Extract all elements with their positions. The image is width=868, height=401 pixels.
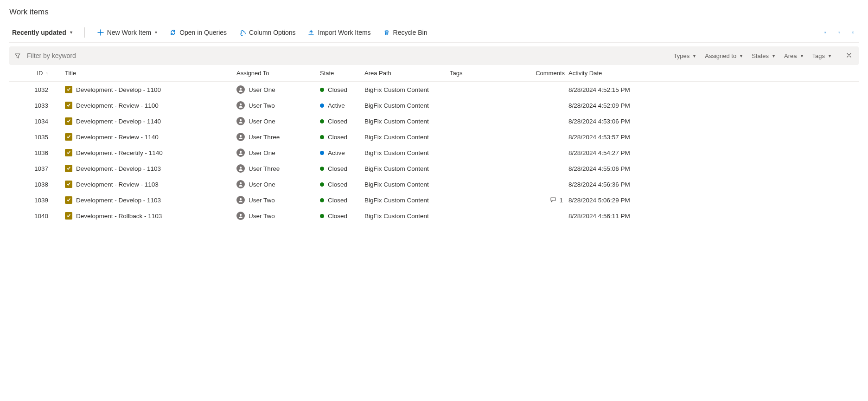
import-icon xyxy=(307,29,315,36)
recycle-bin-button[interactable]: Recycle Bin xyxy=(380,27,430,38)
table-row[interactable]: 1035Development - Review - 1140User Thre… xyxy=(9,129,859,145)
assigned-name: User Two xyxy=(249,197,275,204)
cell-date: 8/28/2024 4:56:11 PM xyxy=(568,213,859,220)
task-icon xyxy=(65,149,72,156)
column-options-label: Column Options xyxy=(249,29,295,36)
svg-point-0 xyxy=(825,32,825,32)
cell-assigned: User One xyxy=(236,180,320,188)
work-item-title-link[interactable]: Development - Recertify - 1140 xyxy=(76,149,163,156)
cell-area: BigFix Custom Content xyxy=(364,149,450,156)
chevron-down-icon: ▾ xyxy=(693,53,696,58)
cell-area: BigFix Custom Content xyxy=(364,165,450,172)
work-item-title-link[interactable]: Development - Review - 1100 xyxy=(76,102,159,109)
cell-id: 1034 xyxy=(19,118,56,125)
work-item-title-link[interactable]: Development - Review - 1140 xyxy=(76,134,159,141)
state-text: Active xyxy=(328,149,345,156)
work-item-title-link[interactable]: Development - Develop - 1103 xyxy=(76,197,161,204)
view-selector-label: Recently updated xyxy=(12,29,66,36)
col-header-state[interactable]: State xyxy=(320,70,364,77)
col-header-tags[interactable]: Tags xyxy=(450,70,533,77)
cell-date: 8/28/2024 4:56:36 PM xyxy=(568,181,859,188)
comment-icon xyxy=(550,196,556,204)
filter-assigned-to[interactable]: Assigned to ▾ xyxy=(705,52,742,59)
column-options-button[interactable]: Column Options xyxy=(236,27,298,38)
svg-point-11 xyxy=(240,214,242,216)
col-header-assigned[interactable]: Assigned To xyxy=(236,70,320,77)
cell-area: BigFix Custom Content xyxy=(364,102,450,109)
svg-point-7 xyxy=(240,151,242,153)
cell-assigned: User Two xyxy=(236,196,320,204)
filter-input-wrap xyxy=(14,52,674,60)
table-row[interactable]: 1038Development - Review - 1103User OneC… xyxy=(9,176,859,192)
settings-sliders-icon[interactable] xyxy=(822,29,829,36)
table-row[interactable]: 1032Development - Develop - 1100User One… xyxy=(9,82,859,97)
work-item-title-link[interactable]: Development - Develop - 1103 xyxy=(76,165,161,172)
filter-tags[interactable]: Tags ▾ xyxy=(812,52,831,59)
cell-assigned: User Three xyxy=(236,133,320,141)
table-row[interactable]: 1037Development - Develop - 1103User Thr… xyxy=(9,161,859,176)
cell-comments: 1 xyxy=(533,196,568,204)
open-in-queries-label: Open in Queries xyxy=(179,29,227,36)
cell-area: BigFix Custom Content xyxy=(364,134,450,141)
cell-state: Closed xyxy=(320,181,364,188)
work-item-title-link[interactable]: Development - Develop - 1100 xyxy=(76,86,161,93)
filter-funnel-icon[interactable] xyxy=(836,29,843,36)
table-row[interactable]: 1039Development - Develop - 1103User Two… xyxy=(9,192,859,208)
svg-point-1 xyxy=(825,32,826,32)
cell-area: BigFix Custom Content xyxy=(364,181,450,188)
cell-area: BigFix Custom Content xyxy=(364,118,450,125)
state-text: Closed xyxy=(328,118,347,125)
close-filters-icon[interactable] xyxy=(844,50,854,62)
filter-pills: Types ▾ Assigned to ▾ States ▾ Area ▾ Ta… xyxy=(674,50,854,62)
view-selector[interactable]: Recently updated ▾ xyxy=(9,27,75,38)
cell-area: BigFix Custom Content xyxy=(364,213,450,220)
fullscreen-icon[interactable] xyxy=(849,29,857,36)
trash-icon xyxy=(383,29,390,36)
filter-keyword-input[interactable] xyxy=(26,52,211,60)
filter-assigned-to-label: Assigned to xyxy=(705,52,736,59)
cell-date: 8/28/2024 4:52:15 PM xyxy=(568,86,859,93)
cell-title: Development - Rollback - 1103 xyxy=(56,212,236,220)
state-dot-icon xyxy=(320,214,324,218)
open-in-queries-button[interactable]: Open in Queries xyxy=(166,27,230,38)
cell-id: 1033 xyxy=(19,102,56,109)
filter-types[interactable]: Types ▾ xyxy=(674,52,696,59)
cell-title: Development - Recertify - 1140 xyxy=(56,149,236,156)
work-item-title-link[interactable]: Development - Develop - 1140 xyxy=(76,118,161,125)
svg-point-2 xyxy=(825,32,825,33)
col-header-area[interactable]: Area Path xyxy=(364,70,450,77)
work-item-title-link[interactable]: Development - Review - 1103 xyxy=(76,181,159,188)
table-row[interactable]: 1040Development - Rollback - 1103User Tw… xyxy=(9,208,859,224)
col-header-id[interactable]: ID ↑ xyxy=(19,70,56,77)
table-row[interactable]: 1036Development - Recertify - 1140User O… xyxy=(9,145,859,161)
filter-area[interactable]: Area ▾ xyxy=(784,52,803,59)
assigned-name: User One xyxy=(249,149,275,156)
filter-icon xyxy=(14,52,21,59)
col-header-date[interactable]: Activity Date xyxy=(568,70,859,77)
col-header-comments[interactable]: Comments xyxy=(533,70,568,77)
avatar xyxy=(236,85,245,94)
avatar xyxy=(236,164,245,173)
cell-title: Development - Review - 1140 xyxy=(56,133,236,141)
table-row[interactable]: 1033Development - Review - 1100User TwoA… xyxy=(9,97,859,113)
recycle-bin-label: Recycle Bin xyxy=(393,29,428,36)
svg-point-5 xyxy=(240,119,242,121)
col-header-title[interactable]: Title xyxy=(56,70,236,77)
work-item-title-link[interactable]: Development - Rollback - 1103 xyxy=(76,213,162,220)
filter-states-label: States xyxy=(752,52,769,59)
cell-title: Development - Develop - 1103 xyxy=(56,196,236,204)
cell-id: 1032 xyxy=(19,86,56,93)
cell-title: Development - Review - 1100 xyxy=(56,102,236,109)
cell-id: 1036 xyxy=(19,149,56,156)
state-text: Closed xyxy=(328,165,347,172)
filter-states[interactable]: States ▾ xyxy=(752,52,775,59)
cell-id: 1039 xyxy=(19,197,56,204)
import-work-items-button[interactable]: Import Work Items xyxy=(305,27,373,38)
svg-point-6 xyxy=(240,135,242,137)
chevron-down-icon: ▾ xyxy=(155,30,157,35)
new-work-item-button[interactable]: New Work Item ▾ xyxy=(94,27,160,38)
table-row[interactable]: 1034Development - Develop - 1140User One… xyxy=(9,113,859,129)
assigned-name: User Two xyxy=(249,213,275,220)
state-dot-icon xyxy=(320,198,324,202)
filter-types-label: Types xyxy=(674,52,690,59)
